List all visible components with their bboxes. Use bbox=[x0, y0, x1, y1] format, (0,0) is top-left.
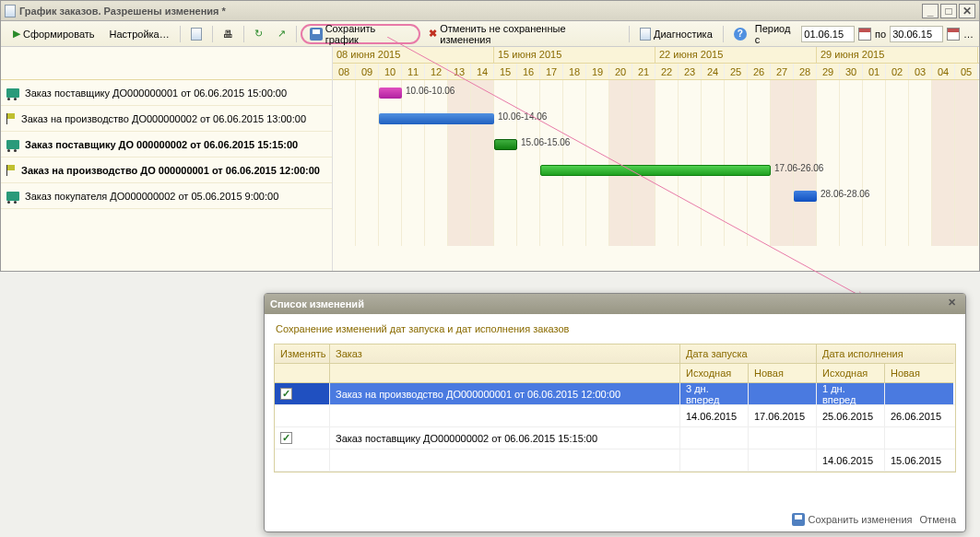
gantt-bar[interactable] bbox=[794, 191, 817, 202]
order-cell: Заказ на производство ДО000000001 от 06.… bbox=[330, 383, 680, 404]
calendar-icon-2[interactable] bbox=[947, 28, 960, 41]
day-cell: 19 bbox=[586, 64, 609, 79]
gantt-task-list: Заказ поставщику ДО000000001 от 06.06.20… bbox=[1, 47, 333, 271]
gantt-row[interactable]: Заказ на производство ДО000000002 от 06.… bbox=[1, 106, 332, 132]
gantt-bar[interactable] bbox=[494, 139, 517, 150]
table-subrow[interactable]: 14.06.2015 17.06.2015 25.06.2015 26.06.2… bbox=[275, 405, 955, 427]
popup-subtitle: Сохранение изменений дат запуска и дат и… bbox=[265, 314, 965, 340]
period-to-input[interactable] bbox=[890, 26, 943, 42]
day-cell: 04 bbox=[932, 64, 955, 79]
day-cell: 29 bbox=[817, 64, 840, 79]
day-cell: 20 bbox=[609, 64, 632, 79]
day-cell: 21 bbox=[632, 64, 655, 79]
main-window: График заказов. Разрешены изменения * _ … bbox=[0, 0, 980, 272]
diagnostics-button[interactable]: Диагностика bbox=[633, 24, 719, 44]
gantt-bar[interactable] bbox=[379, 88, 402, 99]
help-icon: ? bbox=[734, 28, 747, 41]
popup-title-text: Список изменений bbox=[270, 298, 364, 309]
calendar-icon[interactable] bbox=[858, 28, 871, 41]
period-label: Период с bbox=[755, 23, 798, 45]
save-icon bbox=[792, 513, 805, 526]
tool-icon-1[interactable] bbox=[184, 24, 208, 44]
print-button[interactable]: 🖶 bbox=[217, 24, 240, 44]
gantt-row[interactable]: Заказ поставщику ДО000000001 от 06.06.20… bbox=[1, 80, 332, 106]
date-group: 22 июня 2015 bbox=[655, 47, 817, 63]
day-cell: 14 bbox=[471, 64, 494, 79]
truck-icon bbox=[6, 88, 19, 98]
refresh-icon: ↻ bbox=[254, 28, 263, 40]
day-cell: 17 bbox=[540, 64, 563, 79]
gantt-row-label: Заказ на производство ДО000000002 от 06.… bbox=[21, 113, 306, 124]
gantt-bar[interactable] bbox=[540, 165, 771, 176]
checkbox[interactable] bbox=[280, 388, 292, 400]
gantt-bar-label: 28.06-28.06 bbox=[821, 189, 869, 199]
play-icon: ▶ bbox=[13, 28, 20, 40]
maximize-button[interactable]: □ bbox=[940, 4, 957, 18]
gantt-bar[interactable] bbox=[379, 113, 494, 124]
help-button[interactable]: ? bbox=[727, 24, 753, 44]
close-button[interactable]: ✕ bbox=[959, 4, 975, 18]
col-start-new: Новая bbox=[749, 364, 817, 383]
day-cell: 23 bbox=[679, 64, 702, 79]
table-subrow[interactable]: 14.06.2015 15.06.2015 bbox=[275, 449, 955, 472]
date-group: 15 июня 2015 bbox=[494, 47, 655, 63]
changes-popup: Список изменений ✕ Сохранение изменений … bbox=[264, 293, 966, 532]
day-cell: 27 bbox=[771, 64, 794, 79]
settings-button[interactable]: Настройка… bbox=[103, 24, 176, 44]
day-cell: 25 bbox=[725, 64, 748, 79]
col-exec: Дата исполнения bbox=[817, 344, 953, 364]
cancel-changes-button[interactable]: ✖Отменить не сохраненные изменения bbox=[422, 24, 625, 44]
col-start-orig: Исходная bbox=[680, 364, 749, 383]
period-from-input[interactable] bbox=[801, 26, 855, 42]
col-exec-new: Новая bbox=[885, 364, 953, 383]
day-cell: 24 bbox=[702, 64, 725, 79]
gantt-bar-label: 15.06-15.06 bbox=[521, 137, 570, 147]
day-cell: 18 bbox=[563, 64, 586, 79]
checkbox[interactable] bbox=[280, 432, 292, 444]
day-cell: 08 bbox=[333, 64, 356, 79]
toolbar: ▶Сформировать Настройка… 🖶 ↻ ↗ Сохранить… bbox=[1, 21, 979, 47]
gantt-bar-label: 10.06-14.06 bbox=[498, 111, 547, 122]
popup-cancel-button[interactable]: Отмена bbox=[920, 514, 956, 525]
popup-save-button[interactable]: Сохранить изменения bbox=[792, 513, 913, 526]
gantt-row-label: Заказ поставщику ДО 000000002 от 06.06.2… bbox=[25, 139, 298, 150]
truck-icon bbox=[6, 192, 19, 201]
period-to-label: по bbox=[875, 29, 886, 40]
day-cell: 05 bbox=[955, 64, 978, 79]
app-icon bbox=[5, 5, 16, 18]
day-cell: 12 bbox=[425, 64, 448, 79]
gantt-bar-label: 17.06-26.06 bbox=[774, 163, 823, 173]
day-cell: 09 bbox=[356, 64, 379, 79]
gantt-timeline[interactable]: 08 июня 201515 июня 201522 июня 201529 и… bbox=[333, 47, 979, 271]
day-cell: 03 bbox=[909, 64, 932, 79]
day-cell: 16 bbox=[517, 64, 540, 79]
day-cell: 10 bbox=[379, 64, 402, 79]
diag-icon bbox=[640, 28, 651, 41]
period-picker-icon[interactable]: … bbox=[963, 29, 974, 40]
generate-button[interactable]: ▶Сформировать bbox=[6, 24, 101, 44]
save-chart-button[interactable]: Сохранить график bbox=[301, 24, 421, 44]
day-cell: 11 bbox=[402, 64, 425, 79]
gantt-row[interactable]: Заказ покупателя ДО000000002 от 05.06.20… bbox=[1, 183, 332, 209]
day-cell: 22 bbox=[655, 64, 679, 79]
table-row[interactable]: Заказ на производство ДО000000001 от 06.… bbox=[275, 383, 955, 405]
gantt-row[interactable]: Заказ на производство ДО 000000001 от 06… bbox=[1, 158, 332, 183]
gantt-container: Заказ поставщику ДО000000001 от 06.06.20… bbox=[1, 47, 979, 271]
flag-icon bbox=[6, 113, 16, 124]
minimize-button[interactable]: _ bbox=[922, 4, 939, 18]
popup-close-button[interactable]: ✕ bbox=[943, 297, 960, 311]
gantt-row[interactable]: Заказ поставщику ДО 000000002 от 06.06.2… bbox=[1, 132, 332, 158]
window-title: График заказов. Разрешены изменения * bbox=[16, 6, 922, 17]
save-icon bbox=[310, 28, 323, 41]
tool-icon-3[interactable]: ↗ bbox=[271, 24, 292, 44]
x-icon: ✖ bbox=[429, 28, 437, 40]
day-cell: 28 bbox=[794, 64, 817, 79]
gantt-row-label: Заказ покупателя ДО000000002 от 05.06.20… bbox=[25, 191, 278, 202]
day-cell: 01 bbox=[863, 64, 886, 79]
truck-icon bbox=[6, 140, 19, 149]
col-exec-orig: Исходная bbox=[817, 364, 885, 383]
changes-table: Изменять Заказ Дата запуска Дата исполне… bbox=[274, 344, 956, 473]
table-row[interactable]: Заказ поставщику ДО000000002 от 06.06.20… bbox=[275, 427, 955, 449]
date-group: 29 июня 2015 bbox=[817, 47, 978, 63]
tool-icon-2[interactable]: ↻ bbox=[248, 24, 269, 44]
